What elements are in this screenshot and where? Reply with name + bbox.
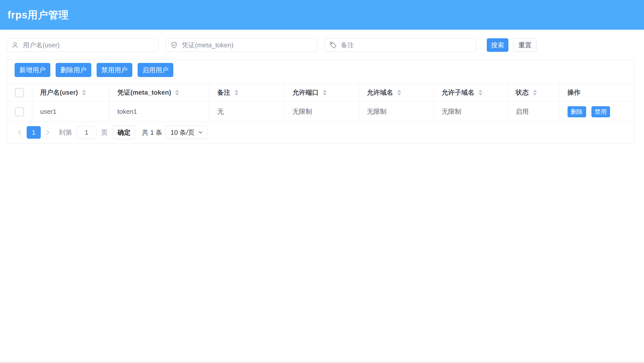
cell-domains: 无限制	[359, 102, 433, 122]
cell-ports: 无限制	[284, 102, 359, 122]
cell-checkbox	[7, 102, 32, 122]
app-header: frps用户管理	[0, 0, 644, 30]
chevron-down-icon	[197, 129, 204, 135]
goto-suffix-label: 页	[101, 128, 108, 137]
search-button[interactable]: 搜索	[487, 38, 508, 52]
toolbar: 新增用户 删除用户 禁用用户 启用用户	[7, 60, 634, 83]
delete-user-button[interactable]: 删除用户	[56, 63, 91, 77]
sort-icon[interactable]	[533, 90, 537, 96]
sort-icon[interactable]	[397, 90, 401, 96]
column-label: 操作	[568, 88, 581, 97]
page-title: frps用户管理	[8, 8, 69, 22]
reset-button[interactable]: 重置	[514, 38, 536, 52]
cell-token: token1	[109, 102, 209, 122]
goto-page-input[interactable]	[76, 126, 97, 139]
goto-confirm-button[interactable]: 确定	[113, 126, 135, 139]
total-count-label: 共 1 条	[142, 128, 162, 137]
header-cell-note[interactable]: 备注	[209, 84, 284, 102]
header-cell-checkbox	[7, 84, 32, 102]
chevron-right-icon	[44, 129, 51, 136]
column-label: 允许端口	[293, 88, 319, 97]
header-cell-user[interactable]: 用户名(user)	[32, 84, 109, 102]
column-label: 备注	[217, 88, 230, 97]
sort-icon[interactable]	[82, 90, 86, 96]
cell-note: 无	[209, 102, 284, 122]
page-size-select[interactable]: 10 条/页	[166, 126, 208, 139]
token-input[interactable]	[181, 39, 317, 52]
cell-actions: 删除 禁用	[559, 102, 634, 122]
sort-icon[interactable]	[478, 90, 482, 96]
column-label: 允许子域名	[442, 88, 474, 97]
goto-prefix-label: 到第	[59, 128, 72, 137]
enable-user-button[interactable]: 启用用户	[138, 63, 173, 77]
sort-icon[interactable]	[234, 90, 238, 96]
header-cell-domains[interactable]: 允许域名	[359, 84, 433, 102]
user-icon	[11, 41, 19, 49]
chevron-left-icon	[16, 129, 23, 136]
row-delete-button[interactable]: 删除	[568, 106, 586, 117]
header-cell-actions: 操作	[559, 84, 634, 102]
tag-icon	[329, 41, 337, 49]
header-cell-token[interactable]: 凭证(meta_token)	[109, 84, 209, 102]
header-cell-status[interactable]: 状态	[507, 84, 559, 102]
page-size-label: 10 条/页	[171, 128, 194, 137]
content-panel: 新增用户 删除用户 禁用用户 启用用户 用户名(user) 凭证(meta_to…	[7, 60, 634, 143]
column-label: 用户名(user)	[40, 88, 78, 97]
filter-bar: 搜索 重置	[7, 38, 634, 52]
column-label: 凭证(meta_token)	[117, 88, 171, 97]
row-checkbox[interactable]	[15, 107, 24, 116]
note-field-wrap	[325, 38, 476, 52]
row-disable-button[interactable]: 禁用	[591, 106, 610, 117]
select-all-checkbox[interactable]	[15, 88, 24, 97]
page-number-button[interactable]: 1	[27, 126, 41, 139]
disable-user-button[interactable]: 禁用用户	[97, 63, 132, 77]
sort-icon[interactable]	[175, 90, 179, 96]
column-label: 状态	[516, 88, 529, 97]
cell-status: 启用	[507, 102, 559, 122]
sort-icon[interactable]	[323, 90, 327, 96]
pagination: 1 到第 页 确定 共 1 条 10 条/页	[7, 122, 634, 143]
token-field-wrap	[166, 38, 317, 52]
users-table: 用户名(user) 凭证(meta_token) 备注 允许端口 允许域名	[7, 83, 634, 122]
note-input[interactable]	[340, 39, 476, 52]
table-row: user1 token1 无 无限制 无限制 无限制 启用 删除 禁用	[7, 102, 634, 122]
cell-subdomains: 无限制	[433, 102, 507, 122]
cell-user: user1	[32, 102, 109, 122]
bottom-scrollbar-track[interactable]	[0, 361, 644, 363]
shield-check-icon	[170, 41, 178, 49]
column-label: 允许域名	[367, 88, 393, 97]
add-user-button[interactable]: 新增用户	[15, 63, 50, 77]
username-input[interactable]	[22, 39, 158, 52]
next-page-button[interactable]	[43, 126, 53, 139]
prev-page-button[interactable]	[15, 126, 25, 139]
table-header-row: 用户名(user) 凭证(meta_token) 备注 允许端口 允许域名	[7, 84, 634, 102]
header-cell-subdomains[interactable]: 允许子域名	[433, 84, 507, 102]
username-field-wrap	[7, 38, 158, 52]
header-cell-ports[interactable]: 允许端口	[284, 84, 359, 102]
